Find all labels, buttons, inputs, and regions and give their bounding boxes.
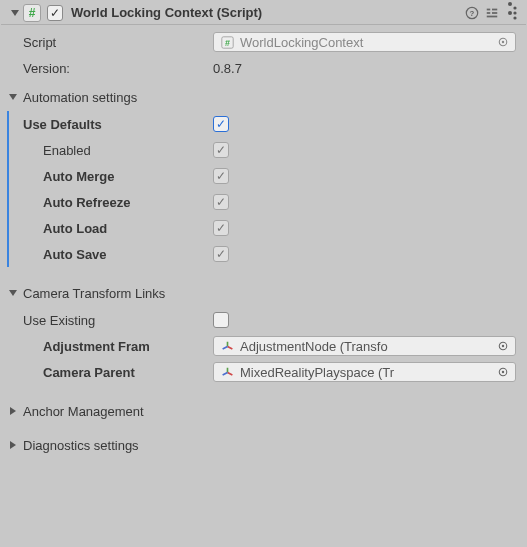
svg-rect-6 [487,15,498,17]
object-picker-icon[interactable] [495,34,511,50]
use-defaults-checkbox[interactable] [213,116,229,132]
use-existing-label: Use Existing [23,312,213,328]
svg-rect-2 [487,8,491,10]
svg-rect-3 [487,12,491,14]
automation-title: Automation settings [23,90,137,105]
component-title: World Locking Context (Script) [71,5,462,20]
foldout-expanded-icon [7,287,19,299]
use-existing-checkbox[interactable] [213,312,229,328]
svg-text:#: # [225,37,230,47]
camera-parent-field[interactable]: MixedRealityPlayspace (Tr [213,362,516,382]
camera-parent-value: MixedRealityPlayspace (Tr [240,365,495,380]
auto-load-label: Auto Load [43,220,213,236]
svg-point-9 [513,16,516,19]
auto-refreeze-label: Auto Refreeze [43,194,213,210]
use-defaults-label: Use Defaults [23,116,213,132]
diagnostics-title: Diagnostics settings [23,438,139,453]
script-label: Script [23,34,213,50]
svg-text:?: ? [470,9,475,18]
auto-refreeze-checkbox [213,194,229,210]
enabled-checkbox [213,142,229,158]
enabled-label: Enabled [43,142,213,158]
automation-section-header[interactable]: Automation settings [1,85,526,109]
script-field: # WorldLockingContext [213,32,516,52]
auto-load-checkbox [213,220,229,236]
adjustment-frame-label: Adjustment Fram [43,338,213,354]
svg-point-17 [502,371,504,373]
object-picker-icon[interactable] [495,364,511,380]
camera-links-section-header[interactable]: Camera Transform Links [1,281,526,305]
diagnostics-section-header[interactable]: Diagnostics settings [1,433,526,457]
foldout-collapsed-icon [7,439,19,451]
adjustment-frame-value: AdjustmentNode (Transfo [240,339,495,354]
script-file-icon: # [220,35,234,49]
adjustment-frame-field[interactable]: AdjustmentNode (Transfo [213,336,516,356]
script-value: WorldLockingContext [240,35,495,50]
svg-point-7 [513,6,516,9]
component-foldout[interactable] [9,7,21,19]
svg-rect-5 [492,12,497,14]
version-label: Version: [23,60,213,76]
camera-links-title: Camera Transform Links [23,286,165,301]
help-icon[interactable]: ? [462,3,482,23]
script-type-icon: # [23,4,41,22]
context-menu-icon[interactable] [502,3,522,23]
object-picker-icon[interactable] [495,338,511,354]
transform-icon [220,339,234,353]
transform-icon [220,365,234,379]
presets-icon[interactable] [482,3,502,23]
anchor-management-title: Anchor Management [23,404,144,419]
svg-point-15 [502,345,504,347]
svg-point-13 [502,41,504,43]
anchor-management-section-header[interactable]: Anchor Management [1,399,526,423]
auto-merge-label: Auto Merge [43,168,213,184]
svg-rect-4 [492,8,497,10]
foldout-expanded-icon [7,91,19,103]
version-value: 0.8.7 [213,61,242,76]
auto-save-label: Auto Save [43,246,213,262]
svg-point-8 [513,11,516,14]
foldout-collapsed-icon [7,405,19,417]
component-enable-checkbox[interactable] [47,5,63,21]
auto-merge-checkbox [213,168,229,184]
camera-parent-label: Camera Parent [43,364,213,380]
auto-save-checkbox [213,246,229,262]
